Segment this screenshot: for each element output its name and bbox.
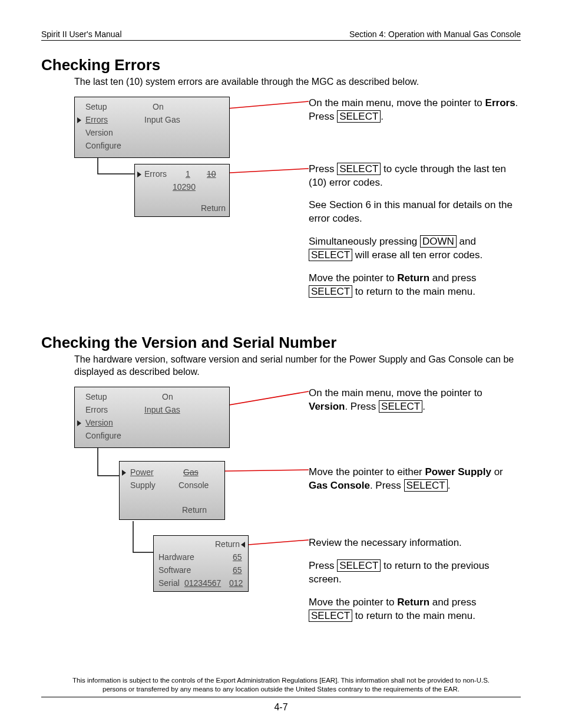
header-right: Section 4: Operation with Manual Gas Con… — [349, 29, 521, 39]
label-return: Return — [201, 203, 226, 213]
pointer-icon — [122, 470, 126, 476]
disclaimer: This information is subject to the contr… — [41, 674, 521, 697]
value-hardware: 65 — [233, 552, 242, 562]
instructions-version-2: Move the pointer to either Power Supply … — [309, 466, 521, 502]
lcd-main-menu: Setup On Errors Input Gas Version Config… — [74, 97, 230, 158]
instructions-errors: On the main menu, move the pointer to Er… — [309, 97, 521, 133]
label-serial: Serial — [158, 578, 180, 588]
section-errors: Setup On Errors Input Gas Version Config… — [74, 94, 521, 318]
label-gas: Gas — [183, 467, 199, 477]
menu-configure: Configure — [85, 431, 121, 440]
label-errors: Errors — [144, 169, 167, 179]
down-key: DOWN — [420, 235, 457, 248]
menu-input-gas: Input Gas — [144, 405, 180, 414]
label-hardware: Hardware — [158, 552, 194, 562]
page: Spirit II User's Manual Section 4: Opera… — [0, 0, 562, 728]
menu-errors: Errors — [85, 405, 108, 414]
intro-version: The hardware version, software version a… — [74, 353, 521, 378]
pointer-icon — [137, 172, 141, 177]
pointer-icon — [241, 542, 245, 548]
page-header: Spirit II User's Manual Section 4: Opera… — [41, 29, 521, 41]
menu-setup: Setup — [85, 102, 107, 111]
menu-version: Version — [85, 128, 113, 137]
error-code: 10290 — [173, 182, 196, 192]
lcd-version-menu: Power Gas Supply Console Return — [119, 461, 225, 520]
page-footer: This information is subject to the contr… — [41, 674, 521, 713]
lcd-version-detail: Return Hardware 65 Software 65 Serial 01… — [153, 535, 249, 592]
page-number: 4-7 — [41, 702, 521, 713]
pointer-icon — [77, 420, 81, 426]
instructions-errors-2: Press SELECT to cycle through the last t… — [309, 163, 521, 309]
svg-line-4 — [249, 540, 309, 545]
intro-errors: The last ten (10) system errors are avai… — [74, 75, 521, 88]
value-software: 65 — [233, 565, 242, 575]
label-console: Console — [178, 480, 209, 490]
error-index: 1 — [186, 169, 190, 179]
menu-on: On — [162, 392, 173, 401]
section-version: Setup On Errors Input Gas Version Config… — [74, 384, 521, 638]
heading-checking-version: Checking the Version and Serial Number — [41, 334, 521, 352]
error-total: 10 — [207, 169, 216, 179]
select-key: SELECT — [309, 610, 352, 622]
select-key: SELECT — [379, 400, 422, 413]
menu-configure: Configure — [85, 141, 121, 150]
menu-on: On — [153, 102, 164, 111]
label-return: Return — [182, 505, 207, 515]
select-key: SELECT — [337, 559, 381, 572]
instructions-version-1: On the main menu, move the pointer to Ve… — [309, 387, 521, 423]
select-key: SELECT — [309, 249, 352, 261]
lcd-main-menu-2: Setup On Errors Input Gas Version Config… — [74, 387, 230, 448]
select-key: SELECT — [404, 479, 448, 492]
label-power: Power — [130, 467, 154, 477]
header-left: Spirit II User's Manual — [41, 29, 122, 39]
menu-input-gas: Input Gas — [144, 115, 180, 124]
select-key: SELECT — [337, 110, 381, 123]
select-key: SELECT — [337, 163, 381, 175]
label-supply: Supply — [130, 480, 156, 490]
select-key: SELECT — [309, 285, 352, 298]
label-software: Software — [158, 565, 191, 575]
menu-setup: Setup — [85, 392, 107, 401]
heading-checking-errors: Checking Errors — [41, 56, 521, 74]
lcd-error-detail: Errors 1 10 10290 Return — [134, 164, 230, 217]
label-return: Return — [215, 539, 240, 549]
menu-version: Version — [85, 418, 113, 427]
menu-errors: Errors — [85, 115, 108, 124]
value-serial: 01234567 — [184, 578, 221, 588]
value-serial-2: 012 — [229, 578, 243, 588]
instructions-version-3: Review the necessary information. Press … — [309, 536, 521, 633]
pointer-icon — [77, 117, 81, 123]
